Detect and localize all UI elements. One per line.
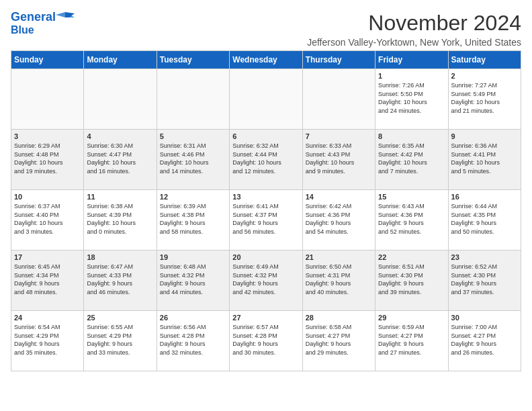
calendar-cell: 23Sunrise: 6:52 AM Sunset: 4:30 PM Dayli… — [448, 250, 521, 311]
day-info: Sunrise: 6:54 AM Sunset: 4:29 PM Dayligh… — [14, 323, 81, 357]
calendar-cell: 19Sunrise: 6:48 AM Sunset: 4:32 PM Dayli… — [157, 250, 229, 311]
calendar-cell: 7Sunrise: 6:33 AM Sunset: 4:43 PM Daylig… — [302, 130, 375, 190]
day-info: Sunrise: 6:45 AM Sunset: 4:34 PM Dayligh… — [14, 263, 81, 296]
calendar-cell: 10Sunrise: 6:37 AM Sunset: 4:40 PM Dayli… — [11, 190, 84, 250]
day-number: 28 — [306, 314, 372, 322]
day-number: 9 — [451, 132, 518, 140]
day-number: 1 — [378, 72, 445, 80]
calendar-cell: 20Sunrise: 6:49 AM Sunset: 4:32 PM Dayli… — [230, 250, 302, 311]
day-info: Sunrise: 6:33 AM Sunset: 4:43 PM Dayligh… — [306, 142, 372, 175]
calendar-cell — [157, 69, 229, 130]
weekday-header: Friday — [375, 51, 448, 69]
calendar-cell: 28Sunrise: 6:58 AM Sunset: 4:27 PM Dayli… — [302, 311, 375, 371]
day-info: Sunrise: 6:55 AM Sunset: 4:29 PM Dayligh… — [87, 323, 153, 357]
day-info: Sunrise: 6:35 AM Sunset: 4:42 PM Dayligh… — [378, 142, 445, 175]
day-info: Sunrise: 6:49 AM Sunset: 4:32 PM Dayligh… — [232, 263, 299, 296]
title-area: November 2024 Jefferson Valley-Yorktown,… — [307, 11, 521, 48]
calendar-header: SundayMondayTuesdayWednesdayThursdayFrid… — [11, 51, 521, 69]
calendar-body: 1Sunrise: 7:26 AM Sunset: 5:50 PM Daylig… — [11, 69, 521, 371]
day-number: 5 — [160, 132, 226, 140]
calendar-table: SundayMondayTuesdayWednesdayThursdayFrid… — [11, 50, 521, 371]
day-number: 4 — [87, 132, 153, 140]
day-info: Sunrise: 7:26 AM Sunset: 5:50 PM Dayligh… — [378, 81, 445, 115]
day-number: 14 — [306, 193, 372, 201]
weekday-header: Monday — [84, 51, 157, 69]
day-info: Sunrise: 6:52 AM Sunset: 4:30 PM Dayligh… — [451, 263, 518, 296]
day-number: 26 — [160, 314, 226, 322]
day-number: 13 — [232, 193, 299, 201]
calendar-cell — [11, 69, 84, 130]
calendar-week-row: 10Sunrise: 6:37 AM Sunset: 4:40 PM Dayli… — [11, 190, 521, 250]
calendar-cell: 26Sunrise: 6:56 AM Sunset: 4:28 PM Dayli… — [157, 311, 229, 371]
weekday-header: Saturday — [448, 51, 521, 69]
calendar-week-row: 17Sunrise: 6:45 AM Sunset: 4:34 PM Dayli… — [11, 250, 521, 311]
day-number: 15 — [378, 193, 445, 201]
day-number: 20 — [232, 253, 299, 261]
calendar-cell: 9Sunrise: 6:36 AM Sunset: 4:41 PM Daylig… — [448, 130, 521, 190]
calendar-cell: 3Sunrise: 6:29 AM Sunset: 4:48 PM Daylig… — [11, 130, 84, 190]
day-number: 23 — [451, 253, 518, 261]
day-info: Sunrise: 6:43 AM Sunset: 4:36 PM Dayligh… — [378, 202, 445, 236]
day-number: 7 — [306, 132, 372, 140]
logo-bird-icon — [56, 11, 75, 24]
day-number: 6 — [232, 132, 299, 140]
day-info: Sunrise: 6:47 AM Sunset: 4:33 PM Dayligh… — [87, 263, 153, 296]
day-info: Sunrise: 6:48 AM Sunset: 4:32 PM Dayligh… — [160, 263, 226, 296]
calendar-cell: 14Sunrise: 6:42 AM Sunset: 4:36 PM Dayli… — [302, 190, 375, 250]
calendar-week-row: 3Sunrise: 6:29 AM Sunset: 4:48 PM Daylig… — [11, 130, 521, 190]
calendar-cell: 24Sunrise: 6:54 AM Sunset: 4:29 PM Dayli… — [11, 311, 84, 371]
day-info: Sunrise: 6:37 AM Sunset: 4:40 PM Dayligh… — [14, 202, 81, 236]
day-info: Sunrise: 6:31 AM Sunset: 4:46 PM Dayligh… — [160, 142, 226, 175]
day-number: 3 — [14, 132, 81, 140]
day-info: Sunrise: 6:58 AM Sunset: 4:27 PM Dayligh… — [306, 323, 372, 357]
day-info: Sunrise: 6:30 AM Sunset: 4:47 PM Dayligh… — [87, 142, 153, 175]
calendar-cell: 15Sunrise: 6:43 AM Sunset: 4:36 PM Dayli… — [375, 190, 448, 250]
calendar-cell — [302, 69, 375, 130]
weekday-header: Thursday — [302, 51, 375, 69]
calendar-cell: 11Sunrise: 6:38 AM Sunset: 4:39 PM Dayli… — [84, 190, 157, 250]
calendar-cell: 17Sunrise: 6:45 AM Sunset: 4:34 PM Dayli… — [11, 250, 84, 311]
day-number: 21 — [306, 253, 372, 261]
day-info: Sunrise: 6:38 AM Sunset: 4:39 PM Dayligh… — [87, 202, 153, 236]
day-info: Sunrise: 6:44 AM Sunset: 4:35 PM Dayligh… — [451, 202, 518, 236]
calendar-cell: 12Sunrise: 6:39 AM Sunset: 4:38 PM Dayli… — [157, 190, 229, 250]
month-title: November 2024 — [307, 11, 521, 36]
calendar-cell: 6Sunrise: 6:32 AM Sunset: 4:44 PM Daylig… — [230, 130, 302, 190]
calendar-cell: 1Sunrise: 7:26 AM Sunset: 5:50 PM Daylig… — [375, 69, 448, 130]
day-info: Sunrise: 6:56 AM Sunset: 4:28 PM Dayligh… — [160, 323, 226, 357]
calendar-cell: 29Sunrise: 6:59 AM Sunset: 4:27 PM Dayli… — [375, 311, 448, 371]
calendar-cell: 8Sunrise: 6:35 AM Sunset: 4:42 PM Daylig… — [375, 130, 448, 190]
day-number: 11 — [87, 193, 153, 201]
page-header: General Blue November 2024 Jefferson Val… — [11, 11, 521, 48]
day-number: 30 — [451, 314, 518, 322]
day-number: 10 — [14, 193, 81, 201]
day-info: Sunrise: 6:57 AM Sunset: 4:28 PM Dayligh… — [232, 323, 299, 357]
calendar-cell: 18Sunrise: 6:47 AM Sunset: 4:33 PM Dayli… — [84, 250, 157, 311]
calendar-cell: 22Sunrise: 6:51 AM Sunset: 4:30 PM Dayli… — [375, 250, 448, 311]
day-number: 12 — [160, 193, 226, 201]
calendar-cell: 30Sunrise: 7:00 AM Sunset: 4:27 PM Dayli… — [448, 311, 521, 371]
day-number: 25 — [87, 314, 153, 322]
day-number: 8 — [378, 132, 445, 140]
day-info: Sunrise: 6:29 AM Sunset: 4:48 PM Dayligh… — [14, 142, 81, 175]
calendar-cell: 13Sunrise: 6:41 AM Sunset: 4:37 PM Dayli… — [230, 190, 302, 250]
day-info: Sunrise: 6:50 AM Sunset: 4:31 PM Dayligh… — [306, 263, 372, 296]
day-number: 2 — [451, 72, 518, 80]
logo: General Blue — [11, 11, 75, 36]
day-info: Sunrise: 6:41 AM Sunset: 4:37 PM Dayligh… — [232, 202, 299, 236]
weekday-header: Wednesday — [230, 51, 302, 69]
calendar-cell: 5Sunrise: 6:31 AM Sunset: 4:46 PM Daylig… — [157, 130, 229, 190]
calendar-cell — [84, 69, 157, 130]
svg-marker-1 — [65, 12, 75, 17]
day-number: 18 — [87, 253, 153, 261]
day-number: 19 — [160, 253, 226, 261]
weekday-header: Sunday — [11, 51, 84, 69]
day-info: Sunrise: 6:39 AM Sunset: 4:38 PM Dayligh… — [160, 202, 226, 236]
day-number: 16 — [451, 193, 518, 201]
calendar-cell: 16Sunrise: 6:44 AM Sunset: 4:35 PM Dayli… — [448, 190, 521, 250]
calendar-week-row: 1Sunrise: 7:26 AM Sunset: 5:50 PM Daylig… — [11, 69, 521, 130]
day-info: Sunrise: 7:27 AM Sunset: 5:49 PM Dayligh… — [451, 81, 518, 115]
calendar-cell: 4Sunrise: 6:30 AM Sunset: 4:47 PM Daylig… — [84, 130, 157, 190]
calendar-cell: 21Sunrise: 6:50 AM Sunset: 4:31 PM Dayli… — [302, 250, 375, 311]
day-number: 22 — [378, 253, 445, 261]
